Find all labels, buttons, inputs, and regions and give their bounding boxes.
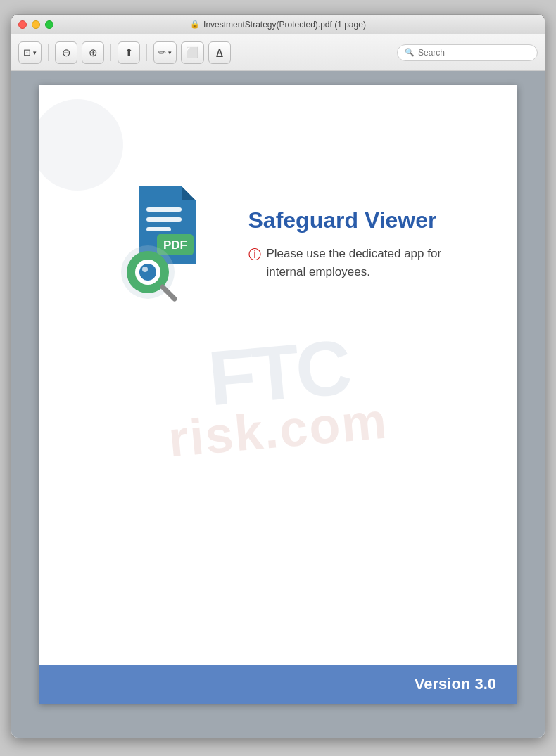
right-content: Safeguard Viewer ⓘ Please use the dedica… bbox=[248, 207, 446, 281]
zoom-out-icon: ⊖ bbox=[62, 46, 71, 59]
dropdown-arrow-icon: ▾ bbox=[33, 49, 37, 56]
svg-rect-0 bbox=[146, 207, 182, 212]
svg-point-9 bbox=[142, 267, 148, 272]
content-area: PDF bbox=[39, 85, 517, 403]
content-spacer bbox=[39, 403, 517, 665]
stamp-icon: ⬜ bbox=[186, 46, 199, 59]
sidebar-toggle-button[interactable]: ⊡ ▾ bbox=[18, 41, 42, 64]
svg-rect-1 bbox=[146, 217, 182, 222]
share-icon: ⬆ bbox=[125, 46, 134, 59]
search-field[interactable]: 🔍 bbox=[397, 44, 538, 61]
error-text: Please use the dedicated app for interna… bbox=[267, 245, 446, 281]
minimize-button[interactable] bbox=[32, 20, 40, 29]
safeguard-logo-icon: PDF bbox=[111, 183, 220, 306]
svg-text:PDF: PDF bbox=[163, 238, 187, 252]
separator-2 bbox=[110, 44, 111, 61]
zoom-out-button[interactable]: ⊖ bbox=[55, 41, 77, 64]
version-label: Version 3.0 bbox=[415, 675, 496, 693]
toolbar: ⊡ ▾ ⊖ ⊕ ⬆ ✏ ▾ ⬜ A 🔍 bbox=[11, 34, 545, 71]
share-button[interactable]: ⬆ bbox=[118, 41, 140, 64]
pdf-viewer-area: FTC risk.com bbox=[11, 71, 545, 738]
sidebar-icon: ⊡ bbox=[23, 47, 31, 58]
pen-dropdown-icon: ▾ bbox=[168, 49, 172, 56]
svg-point-8 bbox=[139, 264, 156, 281]
error-message: ⓘ Please use the dedicated app for inter… bbox=[248, 245, 446, 281]
close-button[interactable] bbox=[18, 20, 27, 29]
highlight-icon: A bbox=[216, 47, 222, 58]
logo-area: PDF bbox=[111, 183, 220, 306]
app-title: Safeguard Viewer bbox=[248, 207, 446, 233]
pen-icon: ✏ bbox=[158, 47, 166, 58]
stamp-button[interactable]: ⬜ bbox=[181, 41, 204, 64]
zoom-in-button[interactable]: ⊕ bbox=[82, 41, 104, 64]
lock-icon: 🔒 bbox=[190, 20, 200, 29]
maximize-button[interactable] bbox=[45, 20, 53, 29]
search-icon: 🔍 bbox=[405, 48, 415, 57]
magnifier-background bbox=[39, 99, 123, 191]
svg-rect-2 bbox=[146, 227, 171, 231]
traffic-lights bbox=[18, 20, 53, 29]
separator-1 bbox=[48, 44, 49, 61]
zoom-in-icon: ⊕ bbox=[89, 46, 98, 59]
pdf-footer: Version 3.0 bbox=[39, 665, 517, 704]
pdf-content: PDF bbox=[39, 85, 517, 704]
search-input[interactable] bbox=[418, 48, 530, 58]
separator-3 bbox=[146, 44, 147, 61]
pen-tool-button[interactable]: ✏ ▾ bbox=[153, 41, 177, 64]
pdf-page: FTC risk.com bbox=[39, 85, 517, 704]
window-title: 🔒 InvestmentStrategy(Protected).pdf (1 p… bbox=[190, 20, 366, 30]
application-window: 🔒 InvestmentStrategy(Protected).pdf (1 p… bbox=[11, 14, 545, 738]
highlight-button[interactable]: A bbox=[208, 41, 231, 64]
error-icon: ⓘ bbox=[248, 245, 261, 264]
titlebar: 🔒 InvestmentStrategy(Protected).pdf (1 p… bbox=[11, 15, 545, 34]
